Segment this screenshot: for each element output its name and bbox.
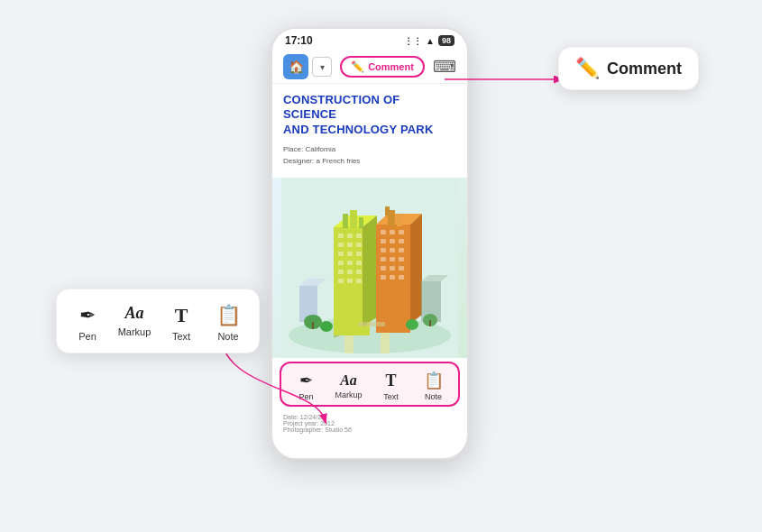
phone-frame: 17:10 ⋮⋮ ▲ 98 🏠 ▾ ✏️ Comment ⌨ CONSTRUCT…: [271, 27, 469, 460]
floating-pen-label: Pen: [78, 331, 96, 342]
svg-rect-41: [390, 248, 395, 252]
floating-pen-icon: ✒: [79, 304, 96, 327]
svg-rect-53: [397, 214, 402, 226]
svg-rect-26: [356, 279, 362, 283]
svg-rect-9: [338, 234, 344, 238]
floating-toolbar: ✒ Pen Aa Markup T Text 📋 Note: [56, 289, 260, 353]
text-icon: T: [385, 371, 396, 390]
svg-rect-50: [390, 275, 395, 280]
svg-rect-42: [399, 248, 404, 252]
toolbar-markup-item[interactable]: Aa Markup: [331, 372, 367, 399]
svg-rect-25: [347, 279, 353, 283]
nav-bar: 🏠 ▾ ✏️ Comment ⌨: [272, 50, 467, 84]
battery-badge: 98: [438, 35, 454, 46]
pen-icon: ✒: [299, 371, 313, 390]
phone-bottom-toolbar[interactable]: ✒ Pen Aa Markup T Text 📋 Note: [280, 362, 460, 407]
svg-rect-16: [347, 252, 353, 256]
wifi-icon: ▲: [426, 36, 435, 46]
svg-rect-10: [347, 234, 353, 238]
svg-rect-27: [343, 214, 348, 228]
note-label: Note: [425, 392, 442, 401]
svg-rect-19: [347, 261, 353, 265]
svg-point-63: [320, 321, 333, 332]
svg-rect-15: [338, 252, 344, 256]
toolbar-pen-item[interactable]: ✒ Pen: [289, 371, 325, 401]
status-icons: ⋮⋮ ▲ 98: [404, 35, 454, 46]
floating-note-icon: 📋: [216, 304, 241, 327]
svg-rect-21: [338, 270, 344, 274]
footer-line1: Date: 12/24/21: [283, 414, 456, 420]
svg-rect-18: [338, 261, 344, 265]
markup-label: Markup: [335, 390, 362, 399]
meta-place: Place: California: [283, 144, 456, 156]
toolbar-text-item[interactable]: T Text: [373, 371, 409, 401]
comment-tooltip-icon: ✏️: [575, 57, 600, 80]
svg-rect-38: [390, 239, 395, 243]
svg-rect-46: [381, 266, 386, 271]
svg-rect-60: [312, 322, 314, 329]
svg-rect-11: [356, 234, 362, 238]
meta-designer: Designer: a French fries: [283, 156, 456, 168]
svg-rect-54: [385, 206, 390, 216]
svg-rect-34: [381, 230, 386, 234]
svg-rect-17: [356, 252, 362, 256]
svg-rect-22: [347, 270, 353, 274]
svg-rect-44: [390, 257, 395, 261]
svg-rect-37: [381, 239, 386, 243]
svg-rect-36: [399, 230, 404, 234]
svg-rect-29: [359, 217, 363, 228]
svg-rect-39: [399, 239, 404, 243]
floating-note-label: Note: [217, 331, 238, 342]
svg-rect-62: [429, 320, 431, 326]
floating-markup-label: Markup: [118, 326, 151, 337]
floating-note-item[interactable]: 📋 Note: [205, 300, 252, 345]
comment-button[interactable]: ✏️ Comment: [340, 56, 425, 78]
document-area: CONSTRUCTION OF SCIENCE AND TECHNOLOGY P…: [272, 84, 467, 178]
status-time: 17:10: [285, 34, 313, 47]
svg-rect-49: [381, 275, 386, 280]
svg-rect-12: [338, 243, 344, 247]
title-line1: CONSTRUCTION OF SCIENCE: [283, 93, 399, 121]
svg-rect-43: [381, 257, 386, 261]
document-title: CONSTRUCTION OF SCIENCE AND TECHNOLOGY P…: [283, 93, 456, 137]
floating-markup-icon: Aa: [124, 304, 143, 323]
building-illustration: [272, 178, 467, 358]
home-button[interactable]: 🏠: [283, 54, 308, 79]
svg-rect-51: [399, 275, 404, 280]
comment-pen-icon: ✏️: [351, 60, 364, 73]
keyboard-icon[interactable]: ⌨: [433, 57, 456, 77]
footer-line2: Project year: 2012: [283, 420, 456, 427]
svg-rect-35: [390, 230, 395, 234]
floating-pen-item[interactable]: ✒ Pen: [64, 300, 111, 345]
svg-point-64: [406, 319, 418, 330]
toolbar-note-item[interactable]: 📋 Note: [416, 371, 452, 401]
floating-text-item[interactable]: T Text: [158, 300, 205, 345]
svg-rect-13: [347, 243, 353, 247]
signal-icon: ⋮⋮: [404, 36, 422, 46]
svg-rect-40: [381, 248, 386, 252]
status-bar: 17:10 ⋮⋮ ▲ 98: [272, 29, 467, 50]
comment-tooltip-text: Comment: [607, 60, 682, 78]
svg-rect-14: [356, 243, 362, 247]
nav-left: 🏠 ▾: [283, 54, 332, 79]
svg-rect-28: [350, 210, 357, 228]
buildings-svg: [272, 178, 467, 358]
svg-rect-24: [338, 279, 344, 283]
text-label: Text: [383, 392, 399, 401]
title-line2: AND TECHNOLOGY PARK: [283, 123, 434, 136]
svg-rect-20: [356, 261, 362, 265]
note-icon: 📋: [424, 371, 444, 390]
markup-icon: Aa: [340, 372, 357, 389]
svg-rect-65: [358, 322, 385, 326]
pen-label: Pen: [298, 392, 313, 401]
floating-markup-item[interactable]: Aa Markup: [111, 300, 158, 345]
dropdown-button[interactable]: ▾: [312, 57, 332, 77]
svg-marker-33: [410, 214, 422, 324]
svg-rect-47: [390, 266, 395, 271]
comment-tooltip: ✏️ Comment: [558, 47, 699, 90]
footer-line3: Photographer: Studio 56: [283, 427, 456, 433]
floating-text-icon: T: [175, 304, 188, 327]
phone-footer: Date: 12/24/21 Project year: 2012 Photog…: [272, 410, 467, 436]
svg-rect-48: [399, 266, 404, 271]
svg-rect-45: [399, 257, 404, 261]
